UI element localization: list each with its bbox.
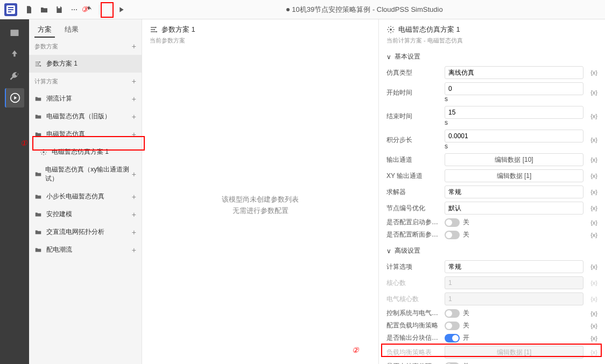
output-block-label: 是否输出分块信息? xyxy=(386,333,440,342)
vx-marker[interactable]: {x} xyxy=(588,173,597,179)
ctrl-elec-label: 控制系统与电气系统... xyxy=(386,309,440,318)
sim-type-label: 仿真类型 xyxy=(386,68,440,77)
output-ch-button[interactable]: 编辑数据 [10] xyxy=(445,153,583,166)
lb-table-button: 编辑数据 [1] xyxy=(445,346,583,359)
param-plan-item[interactable]: 参数方案 1 xyxy=(29,55,142,73)
basic-settings-header[interactable]: ∨基本设置 xyxy=(379,47,605,65)
svg-rect-7 xyxy=(11,30,19,36)
calc-item-8[interactable]: 配电潮流+ xyxy=(29,241,142,259)
annotation-box-3 xyxy=(101,2,114,18)
folder-icon xyxy=(34,211,43,218)
cfg-start-toggle[interactable] xyxy=(445,218,460,227)
tab-result[interactable]: 结果 xyxy=(61,23,82,38)
vx-marker[interactable]: {x} xyxy=(588,323,597,329)
rail-wrench-icon[interactable] xyxy=(5,67,24,86)
calc-item-4[interactable]: 电磁暂态仿真（xy输出通道测试）+ xyxy=(29,161,142,188)
param-subtitle: 当前参数方案 xyxy=(150,37,371,45)
folder-icon xyxy=(34,246,43,254)
calc-item-5[interactable]: 小步长电磁暂态仿真+ xyxy=(29,188,142,205)
unit-label: s xyxy=(445,119,448,126)
xy-output-button[interactable]: 编辑数据 [1] xyxy=(445,169,583,182)
start-time-input[interactable] xyxy=(445,82,583,95)
vx-marker[interactable]: {x} xyxy=(588,335,597,341)
add-icon[interactable]: + xyxy=(132,95,136,103)
calc-item-2[interactable]: 电磁暂态仿真+ xyxy=(29,125,142,143)
settings-panel: 电磁暂态仿真方案 1 当前计算方案 - 电磁暂态仿真 ∨基本设置 仿真类型离线仿… xyxy=(379,19,605,364)
window-title: 10机39节点安控策略算例 - CloudPSS SimStudio xyxy=(129,5,601,15)
chevron-down-icon: ∨ xyxy=(386,53,391,61)
calc-subtitle: 当前计算方案 - 电磁暂态仿真 xyxy=(386,37,597,45)
calc-item-3[interactable]: 电磁暂态仿真方案 1 xyxy=(29,143,142,161)
plans-panel: 方案 结果 参数方案 + 参数方案 1 计算方案 + 潮流计算+ 电磁暂态仿真（… xyxy=(29,19,142,364)
calc-item-0[interactable]: 潮流计算+ xyxy=(29,90,142,108)
calc-item-6[interactable]: 安控建模+ xyxy=(29,205,142,223)
add-icon[interactable]: + xyxy=(132,228,136,237)
elec-cores-input xyxy=(445,292,583,305)
param-title: 参数方案 1 xyxy=(161,25,195,34)
calc-item-7[interactable]: 交直流电网拓扑分析+ xyxy=(29,223,142,241)
vx-marker[interactable]: {x} xyxy=(588,219,597,226)
svg-point-5 xyxy=(74,9,75,10)
vx-marker[interactable]: {x} xyxy=(588,137,597,143)
param-section-header: 参数方案 + xyxy=(29,38,142,55)
step-input[interactable] xyxy=(445,130,583,142)
solver-select[interactable]: 常规 xyxy=(445,185,583,198)
svg-rect-2 xyxy=(8,9,13,10)
file-icon[interactable] xyxy=(23,3,36,16)
vx-marker[interactable]: {x} xyxy=(588,189,597,195)
vx-marker: {x} xyxy=(588,349,597,355)
calc-opt-select[interactable]: 常规 xyxy=(445,260,583,273)
add-icon[interactable]: + xyxy=(132,130,136,139)
main-toolbar: 10机39节点安控策略算例 - CloudPSS SimStudio xyxy=(0,0,605,19)
calc-item-1[interactable]: 电磁暂态仿真（旧版）+ xyxy=(29,108,142,125)
cores-label: 核心数 xyxy=(386,279,440,288)
add-icon[interactable]: + xyxy=(132,170,136,179)
output-ch-label: 输出通道 xyxy=(386,155,440,165)
svg-point-6 xyxy=(76,9,77,10)
add-icon[interactable]: + xyxy=(132,246,136,254)
cfg-section-toggle[interactable] xyxy=(445,231,460,239)
vx-marker[interactable]: {x} xyxy=(588,156,597,163)
vx-marker[interactable]: {x} xyxy=(588,69,597,76)
undo-icon[interactable] xyxy=(83,3,96,16)
vx-marker[interactable]: {x} xyxy=(588,113,597,119)
add-calc-plan-icon[interactable]: + xyxy=(132,77,136,85)
node-opt-select[interactable]: 默认 xyxy=(445,202,583,215)
add-param-plan-icon[interactable]: + xyxy=(132,42,136,51)
vx-marker[interactable]: {x} xyxy=(588,263,597,270)
folder-open-icon[interactable] xyxy=(38,3,51,16)
more-icon[interactable] xyxy=(68,3,81,16)
rail-run-icon[interactable] xyxy=(5,88,24,108)
app-logo-icon xyxy=(4,3,17,16)
load-balance-label: 配置负载均衡策略 xyxy=(386,321,440,330)
empty-state: 该模型尚未创建参数列表 无需进行参数配置 xyxy=(142,47,378,364)
vx-marker[interactable]: {x} xyxy=(588,205,597,211)
add-icon[interactable]: + xyxy=(132,112,136,121)
sim-type-select[interactable]: 离线仿真 xyxy=(445,66,583,79)
play-icon[interactable] xyxy=(115,3,128,16)
advanced-settings-header[interactable]: ∨高级设置 xyxy=(379,241,605,259)
save-icon[interactable] xyxy=(53,3,66,16)
end-time-input[interactable] xyxy=(445,106,583,119)
svg-point-16 xyxy=(390,28,392,31)
output-block-toggle[interactable] xyxy=(445,334,460,342)
sliders-icon xyxy=(34,60,43,68)
folder-icon xyxy=(34,193,43,201)
add-icon[interactable]: + xyxy=(132,210,136,219)
ctrl-elec-toggle[interactable] xyxy=(445,309,460,318)
load-balance-toggle[interactable] xyxy=(445,322,460,330)
node-opt-label: 节点编号优化 xyxy=(386,204,440,213)
svg-point-10 xyxy=(38,63,39,64)
unit-label: s xyxy=(445,95,448,103)
event-driven-toggle[interactable] xyxy=(445,362,460,365)
tab-plan[interactable]: 方案 xyxy=(34,23,55,38)
vx-marker[interactable]: {x} xyxy=(588,89,597,96)
rail-screen-icon[interactable] xyxy=(5,24,24,43)
vx-marker[interactable]: {x} xyxy=(588,310,597,317)
rail-plug-icon[interactable] xyxy=(5,45,24,65)
svg-point-15 xyxy=(156,31,157,33)
add-icon[interactable]: + xyxy=(132,192,136,201)
svg-rect-1 xyxy=(8,7,13,8)
vx-marker[interactable]: {x} xyxy=(588,232,597,238)
folder-icon xyxy=(34,229,43,236)
